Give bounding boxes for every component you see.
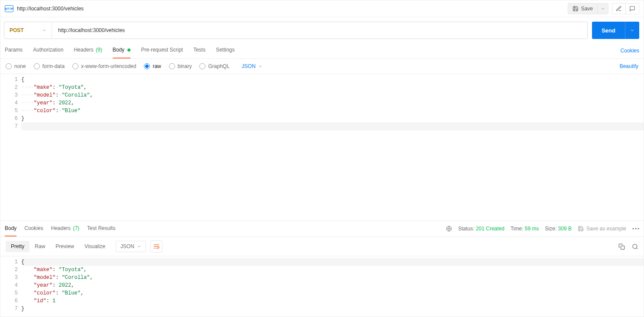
resp-code[interactable]: { "make": "Toyota", "model": "Corolla", … (21, 256, 644, 317)
title-bar: HTTP http://localhost:3000/vehicles Save (0, 0, 644, 17)
chevron-down-icon (630, 28, 635, 33)
save-button[interactable]: Save (568, 3, 598, 14)
tab-tests[interactable]: Tests (193, 42, 205, 58)
tab-body[interactable]: Body (113, 42, 131, 58)
response-toolbar: Pretty Raw Preview Visualize JSON (0, 237, 644, 256)
time-value: 59 ms (525, 226, 539, 232)
resp-tab-tests[interactable]: Test Results (87, 221, 115, 236)
ellipsis-icon (632, 228, 639, 230)
response-tabs-row: Body Cookies Headers (7) Test Results St… (0, 220, 644, 237)
save-label: Save (581, 6, 593, 12)
svg-rect-7 (621, 246, 624, 249)
titlebar-left: HTTP http://localhost:3000/vehicles (5, 5, 84, 12)
url-box: POST (4, 22, 588, 39)
tab-authorization[interactable]: Authorization (33, 42, 63, 58)
globe-icon[interactable] (446, 226, 452, 232)
svg-line-9 (636, 248, 637, 249)
comment-icon (629, 6, 635, 12)
chevron-down-icon (258, 64, 263, 68)
word-wrap-button[interactable] (150, 240, 163, 252)
search-icon (632, 243, 638, 250)
radio-binary[interactable]: binary (169, 63, 192, 69)
request-tabs: Params Authorization Headers (9) Body Pr… (5, 42, 235, 58)
save-example-label: Save as example (586, 226, 626, 232)
http-method-label: POST (10, 27, 24, 33)
req-gutter: 1234567 (0, 74, 21, 220)
radio-icon (72, 63, 78, 69)
send-dropdown[interactable] (625, 22, 639, 39)
http-icon: HTTP (5, 5, 13, 12)
response-views: Pretty Raw Preview Visualize JSON (6, 240, 163, 252)
radio-xwww[interactable]: x-www-form-urlencoded (72, 63, 136, 69)
response-format-select[interactable]: JSON (116, 241, 146, 252)
svg-point-8 (633, 244, 637, 248)
resp-tab-headers[interactable]: Headers (7) (51, 221, 79, 236)
url-row: POST Send (0, 17, 644, 42)
chevron-down-icon (42, 28, 46, 32)
wrap-icon (153, 243, 160, 250)
view-raw[interactable]: Raw (29, 241, 50, 252)
search-button[interactable] (632, 243, 638, 250)
copy-icon (618, 243, 625, 250)
chevron-down-icon (137, 244, 141, 249)
body-format-label: JSON (242, 63, 256, 69)
radio-graphql[interactable]: GraphQL (199, 63, 229, 69)
size-block: Size: 309 B (545, 226, 572, 232)
radio-icon (169, 63, 175, 69)
radio-icon (6, 63, 12, 69)
request-body-editor[interactable]: 1234567 {····"make":·"Toyota",····"model… (0, 74, 644, 220)
body-format-select[interactable]: JSON (242, 63, 263, 69)
beautify-link[interactable]: Beautify (620, 63, 638, 69)
body-types: none form-data x-www-form-urlencoded raw… (6, 63, 263, 69)
tab-headers-count: (9) (96, 47, 102, 53)
resp-headers-label: Headers (51, 225, 71, 231)
view-pretty[interactable]: Pretty (6, 241, 29, 252)
resp-gutter: 1234567 (0, 256, 21, 317)
save-as-example-button[interactable]: Save as example (578, 226, 626, 232)
http-method-select[interactable]: POST (4, 22, 52, 39)
request-tabs-row: Params Authorization Headers (9) Body Pr… (0, 42, 644, 59)
view-visualize[interactable]: Visualize (79, 241, 111, 252)
save-dropdown[interactable] (598, 3, 608, 14)
tab-prerequest[interactable]: Pre-request Script (141, 42, 183, 58)
save-button-group: Save (568, 3, 608, 14)
response-body-editor[interactable]: 1234567 { "make": "Toyota", "model": "Co… (0, 256, 644, 317)
url-input[interactable] (52, 22, 587, 39)
radio-raw[interactable]: raw (144, 63, 161, 69)
more-actions-button[interactable] (632, 228, 639, 230)
chevron-down-icon (601, 6, 605, 11)
tab-headers[interactable]: Headers (9) (74, 42, 102, 58)
resp-tab-cookies[interactable]: Cookies (24, 221, 43, 236)
tab-headers-label: Headers (74, 47, 93, 53)
copy-button[interactable] (618, 243, 625, 250)
comments-button[interactable] (625, 3, 639, 14)
edit-button[interactable] (612, 3, 625, 14)
request-title: http://localhost:3000/vehicles (17, 6, 84, 12)
save-icon (572, 6, 579, 12)
radio-icon (199, 63, 205, 69)
radio-icon (144, 63, 150, 69)
body-type-row: none form-data x-www-form-urlencoded raw… (0, 59, 644, 74)
svg-point-2 (633, 228, 634, 230)
response-tabs: Body Cookies Headers (7) Test Results (5, 221, 115, 236)
status-block: Status: 201 Created (458, 226, 504, 232)
send-button[interactable]: Send (592, 22, 639, 39)
response-meta: Status: 201 Created Time: 59 ms Size: 30… (446, 226, 639, 232)
status-value: 201 Created (476, 226, 504, 232)
send-label: Send (592, 27, 625, 34)
req-code[interactable]: {····"make":·"Toyota",····"model":·"Coro… (21, 74, 644, 220)
resp-tab-body[interactable]: Body (5, 221, 16, 236)
radio-formdata[interactable]: form-data (34, 63, 65, 69)
titlebar-right: Save (568, 3, 639, 14)
tab-params[interactable]: Params (5, 42, 23, 58)
view-preview[interactable]: Preview (50, 241, 79, 252)
response-right-tools (618, 243, 638, 250)
size-value: 309 B (558, 226, 572, 232)
radio-icon (34, 63, 40, 69)
radio-none[interactable]: none (6, 63, 26, 69)
view-segment: Pretty Raw Preview Visualize (6, 241, 111, 252)
resp-headers-count: (7) (73, 225, 79, 231)
time-block: Time: 59 ms (511, 226, 539, 232)
tab-settings[interactable]: Settings (216, 42, 234, 58)
cookies-link[interactable]: Cookies (621, 43, 639, 58)
